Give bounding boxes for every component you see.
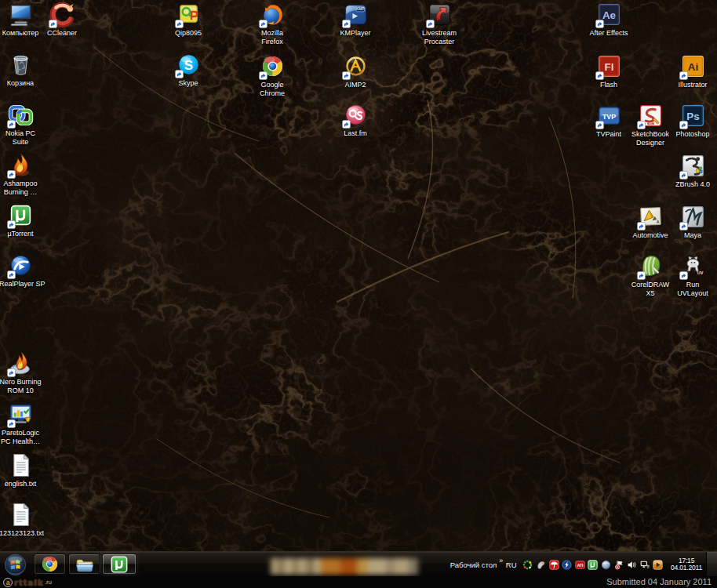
blur-segment (386, 558, 395, 575)
shortcut-arrow-icon (679, 222, 688, 230)
desktop-icon-label: µTorrent (0, 230, 42, 238)
shortcut-arrow-icon (637, 271, 646, 280)
desktop-icon-label: AIMP2 (334, 81, 377, 89)
shortcut-arrow-icon (7, 270, 16, 279)
desktop-icon-nokia-pc-suite[interactable]: Nokia PC Suite (0, 102, 42, 147)
desktop-icon-qip8095[interactable]: Qip8095 (167, 2, 209, 38)
desktop-icon-aimp2[interactable]: AIMP2 (334, 53, 377, 89)
desktop-icon-kmplayer[interactable]: KMPlayer (334, 2, 377, 38)
desktop-icon-label: english.txt (0, 480, 42, 488)
desktop-icon-recycle-bin[interactable]: Корзина (0, 52, 42, 88)
tray-avira-antivir-icon[interactable] (549, 560, 559, 570)
taskbar: Рабочий стол » RU 17:15 04.01.2011 (0, 551, 717, 576)
tray-speedfan-icon[interactable] (562, 560, 572, 570)
desktop-icon-english-txt[interactable]: english.txt (0, 452, 42, 488)
desktop-icon-label: Illustrator (672, 81, 714, 89)
blur-segment (368, 558, 386, 575)
desktop-icon-paretologic-pc-health[interactable]: ParetoLogic PC Health… (0, 401, 42, 446)
nokia-pc-suite-icon (8, 102, 34, 128)
desktop-icon-label: Компьютер (0, 29, 42, 38)
tray-action-center-flag-icon[interactable] (614, 560, 624, 570)
desktop-icon-label: Корзина (0, 79, 42, 88)
desktop-icon-label: Photoshop (672, 130, 714, 139)
start-button[interactable] (4, 554, 27, 576)
desktop-icon-skype[interactable]: Skype (167, 52, 209, 88)
blur-segment (278, 558, 285, 575)
desktop-icon-label: 123123123.txt (0, 529, 42, 538)
taskbar-button-utorrent[interactable] (102, 554, 136, 575)
desktop-icon-after-effects[interactable]: After Effects (588, 2, 630, 38)
show-desktop-button[interactable] (706, 552, 717, 577)
english-txt-icon (8, 452, 34, 478)
tray-update-icon[interactable] (601, 560, 611, 570)
tray-utorrent-icon[interactable] (588, 560, 598, 570)
desktop-icon-maya[interactable]: Maya (672, 204, 714, 240)
tray-volume-icon[interactable] (627, 560, 637, 570)
desktop-icon-zbrush-4[interactable]: ZBrush 4.0 (672, 153, 714, 189)
desktop-icon-run-uvlayout[interactable]: Run UVLayout (672, 253, 714, 298)
desktop-icon-tvpaint[interactable]: TVPaint (588, 103, 630, 139)
desktop-icon-utorrent[interactable]: µTorrent (0, 202, 42, 238)
desktop-icon-label: Google Chrome (251, 81, 293, 98)
desktop-icon-livestream-procaster[interactable]: Livestream Procaster (418, 2, 460, 46)
desktop-icon-google-chrome[interactable]: Google Chrome (251, 53, 293, 98)
language-indicator[interactable]: RU (506, 561, 517, 569)
desktop-icon-lastfm[interactable]: Last.fm (334, 102, 377, 138)
desktop-icon-ashampoo-burning-studio[interactable]: Ashampoo Burning … (0, 152, 42, 197)
bottom-strip: a rttalk .ru Submitted 04 January 2011 (0, 576, 717, 588)
tray-messenger-icon[interactable] (522, 560, 533, 570)
taskbar-clock[interactable]: 17:15 04.01.2011 (671, 558, 702, 572)
tray-punto-switcher-icon[interactable] (536, 560, 546, 570)
desktop-icon-automotive[interactable]: Automotive (629, 204, 672, 240)
desktop-icon-realplayer-sp[interactable]: RealPlayer SP (0, 252, 42, 289)
shortcut-arrow-icon (7, 419, 16, 428)
run-uvlayout-icon (680, 253, 706, 279)
tray-ati-catalyst-icon[interactable] (575, 560, 585, 570)
desktop-icon-label: Automotive (629, 231, 672, 240)
desktop-icon-label: TVPaint (588, 130, 630, 139)
desktop-icon-nero-burning-rom-10[interactable]: Nero Burning ROM 10 (0, 350, 42, 395)
tray-media-player-icon[interactable] (653, 560, 663, 570)
desktop-icon-computer[interactable]: Компьютер (0, 2, 42, 38)
shortcut-arrow-icon (679, 121, 688, 129)
desktop-icon-label: CorelDRAW X5 (629, 281, 672, 298)
taskbar-button-chrome[interactable] (34, 554, 66, 575)
tray-network-icon[interactable] (640, 560, 650, 570)
desktop-icon-flash[interactable]: Flash (588, 53, 630, 89)
toolbar-chevron-icon[interactable]: » (499, 557, 503, 564)
skype-icon (176, 52, 202, 78)
shortcut-arrow-icon (679, 271, 688, 280)
desktop-icon-label: Mozilla Firefox (251, 29, 293, 46)
desktop-icon-ccleaner[interactable]: CCleaner (41, 2, 83, 38)
desktop-icon-label: Last.fm (334, 129, 377, 138)
paretologic-pc-health-icon (8, 401, 34, 427)
chrome-icon (40, 554, 60, 574)
blur-segment (271, 558, 278, 575)
aimp2-icon (343, 53, 369, 79)
watermark-logo-icon: a (3, 578, 13, 587)
desktop-icon-label: KMPlayer (334, 29, 377, 38)
blur-segment (321, 558, 340, 575)
shortcut-arrow-icon (342, 120, 351, 129)
shortcut-arrow-icon (259, 71, 268, 80)
arttalk-watermark: a rttalk .ru (3, 576, 52, 588)
desktop-icon-label: Skype (167, 79, 209, 88)
shortcut-arrow-icon (342, 20, 351, 28)
desktop-icon-mozilla-firefox[interactable]: Mozilla Firefox (251, 2, 293, 46)
clock-date: 04.01.2011 (671, 565, 702, 572)
desktop-icon-label: SketchBook Designer (629, 130, 672, 147)
desktop-icon-coreldraw-x5[interactable]: CorelDRAW X5 (629, 253, 672, 298)
illustrator-icon (680, 53, 706, 79)
blur-segment (314, 558, 322, 575)
desktop-icon-photoshop[interactable]: Photoshop (672, 103, 714, 139)
automotive-icon (638, 204, 664, 230)
desktop-icon-illustrator[interactable]: Illustrator (672, 53, 714, 89)
desktop-toolbar-label[interactable]: Рабочий стол (450, 561, 497, 569)
blur-segment (340, 558, 357, 575)
desktop-icon-label: Qip8095 (167, 29, 209, 38)
desktop-icon-123123123-txt[interactable]: 123123123.txt (0, 502, 42, 538)
taskbar-button-explorer[interactable] (68, 554, 100, 575)
desktop-icon-label: Livestream Procaster (418, 29, 460, 46)
desktop-icon-sketchbook-designer[interactable]: SketchBook Designer (629, 103, 672, 147)
desktop-icon-label: After Effects (588, 29, 630, 38)
